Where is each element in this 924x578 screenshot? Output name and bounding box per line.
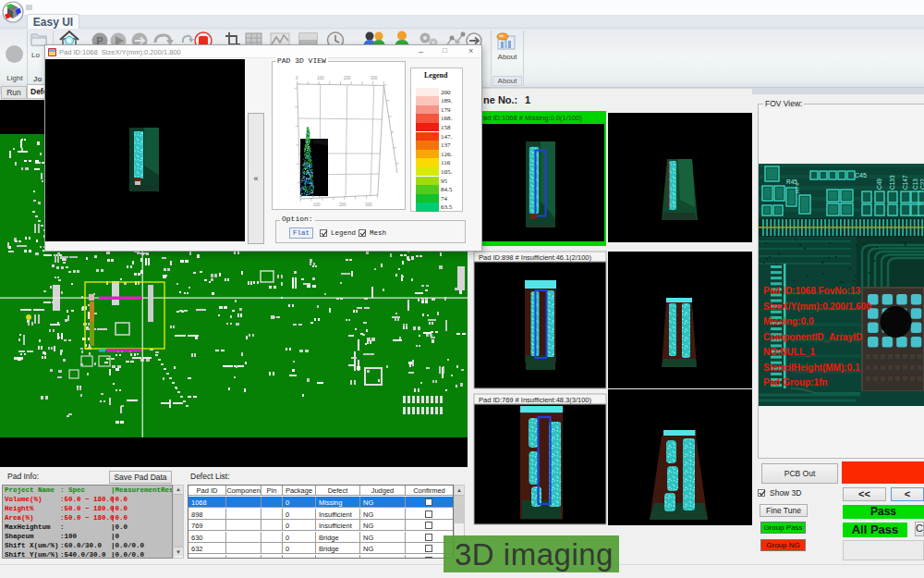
svg-text:ComponentID_ArrayID: ComponentID_ArrayID [763, 332, 862, 342]
svg-text:C45: C45 [855, 172, 867, 178]
svg-text:200: 200 [339, 203, 346, 207]
svg-text:C133: C133 [889, 175, 895, 190]
svg-text:C49: C49 [876, 178, 882, 190]
svg-text:Pad ID:769 # Insufficient:48.3: Pad ID:769 # Insufficient:48.3(3/100) [479, 396, 592, 404]
svg-text:NO:NULL_1: NO:NULL_1 [763, 347, 816, 357]
svg-text:Pad ID:898 # Insufficient:46.1: Pad ID:898 # Insufficient:46.1(2/100) [479, 253, 592, 262]
svg-text:100: 100 [317, 76, 324, 80]
svg-text:Pad ID:1068 # Missing:0.0(1/10: Pad ID:1068 # Missing:0.0(1/100) [479, 114, 582, 122]
svg-text:C22: C22 [919, 178, 924, 190]
svg-text:0: 0 [296, 76, 298, 80]
svg-text:StencilHeight(MM):0.1: StencilHeight(MM):0.1 [763, 363, 860, 373]
svg-text:C147: C147 [902, 175, 908, 190]
svg-text:300: 300 [371, 76, 378, 80]
svg-text:300: 300 [365, 203, 372, 207]
svg-text:Pad Group:1fn: Pad Group:1fn [763, 377, 827, 387]
svg-text:R74: R74 [795, 182, 800, 193]
svg-text:Missing:0.0: Missing:0.0 [763, 316, 814, 326]
svg-text:C13: C13 [912, 178, 918, 190]
svg-text:Pad ID:1068 FovNo:13: Pad ID:1068 FovNo:13 [763, 286, 860, 296]
svg-text:SizeX/Y(mm):0.200/1.600: SizeX/Y(mm):0.200/1.600 [763, 301, 871, 312]
svg-text:200: 200 [344, 76, 351, 80]
svg-text:100: 100 [313, 203, 321, 207]
